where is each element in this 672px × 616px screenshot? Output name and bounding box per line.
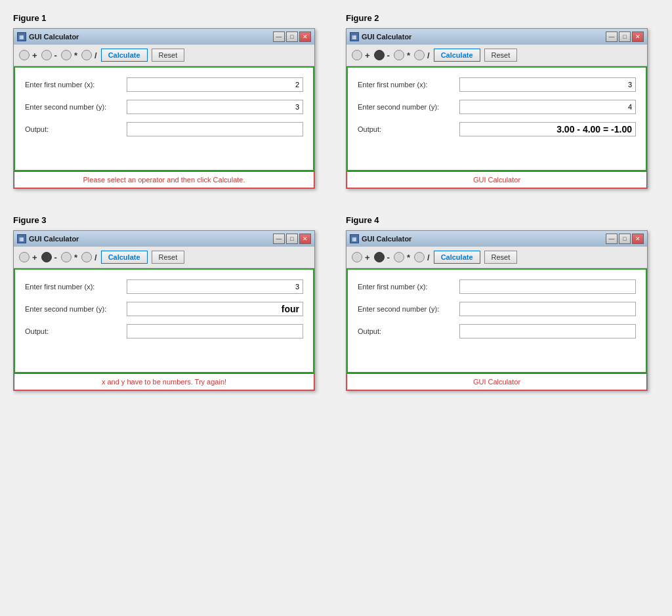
close-btn[interactable]: ✕ [299,234,311,244]
radio-btn-op---2[interactable] [374,50,385,60]
output-row-3: Output: [25,324,303,339]
radio-btn-op-*-3[interactable] [61,252,72,262]
second-number-label-4: Enter second number (y): [358,305,459,313]
radio-btn-op-+-3[interactable] [19,252,30,262]
second-number-label-2: Enter second number (y): [358,103,459,111]
first-number-row-1: Enter first number (x): [25,77,303,92]
maximize-btn[interactable]: □ [286,234,298,244]
toolbar-1: +-*/CalculateReset [14,45,314,66]
toolbar-3: +-*/CalculateReset [14,247,314,268]
titlebar-title-1: GUI Calculator [29,33,79,41]
op-label-*-1: * [74,51,77,60]
radio-group-1-1: - [41,50,57,60]
radio-btn-op-*-4[interactable] [394,252,404,262]
close-btn[interactable]: ✕ [299,31,311,42]
toolbar-2: +-*/CalculateReset [346,45,647,66]
op-label-+-2: + [365,51,370,60]
first-number-input-3[interactable] [127,279,303,294]
close-btn[interactable]: ✕ [632,234,644,244]
radio-group-4-3: / [414,252,430,262]
window-2: ▦GUI Calculator—□✕+-*/CalculateResetEnte… [346,28,648,189]
reset-button-1[interactable]: Reset [152,49,185,62]
figure-cell-4: Figure 4▦GUI Calculator—□✕+-*/CalculateR… [346,215,659,391]
titlebar-buttons-3: —□✕ [273,234,311,244]
radio-group-3-2: * [61,252,77,262]
maximize-btn[interactable]: □ [619,31,631,42]
titlebar-icon-3: ▦ [17,234,26,243]
reset-button-2[interactable]: Reset [484,49,518,62]
op-label-*-3: * [74,253,77,262]
second-number-row-3: Enter second number (y): [25,302,303,316]
output-input-3[interactable] [127,324,303,339]
titlebar-4: ▦GUI Calculator—□✕ [346,231,647,247]
radio-btn-op---1[interactable] [41,50,52,60]
second-number-input-4[interactable] [459,302,636,316]
calculate-button-1[interactable]: Calculate [101,49,148,62]
minimize-btn[interactable]: — [273,234,285,244]
toolbar-4: +-*/CalculateReset [346,247,647,268]
first-number-label-4: Enter first number (x): [358,283,459,291]
titlebar-buttons-4: —□✕ [606,234,644,244]
radio-btn-op-/-4[interactable] [414,252,425,262]
radio-btn-op-*-1[interactable] [61,50,72,60]
minimize-btn[interactable]: — [606,234,618,244]
reset-button-3[interactable]: Reset [152,251,185,264]
radio-btn-op-+-2[interactable] [352,50,362,60]
minimize-btn[interactable]: — [273,31,285,42]
titlebar-1: ▦GUI Calculator—□✕ [14,29,314,45]
op-label-+-1: + [32,51,37,60]
second-number-input-3[interactable] [127,302,303,316]
second-number-label-1: Enter second number (y): [25,103,127,111]
radio-btn-op---4[interactable] [374,252,385,262]
figure-cell-1: Figure 1▦GUI Calculator—□✕+-*/CalculateR… [13,13,326,189]
output-input-2[interactable] [459,122,636,136]
output-label-4: Output: [358,327,459,335]
op-label-*-4: * [407,253,410,262]
maximize-btn[interactable]: □ [286,31,298,42]
figure-label-3: Figure 3 [13,215,326,225]
radio-btn-op-*-2[interactable] [394,50,404,60]
radio-btn-op-+-4[interactable] [352,252,362,262]
maximize-btn[interactable]: □ [619,234,631,244]
figure-label-2: Figure 2 [346,13,659,23]
radio-group-2-2: * [394,50,410,60]
output-input-4[interactable] [459,324,636,339]
op-label-*-2: * [407,51,410,60]
minimize-btn[interactable]: — [606,31,618,42]
output-input-1[interactable] [127,122,303,136]
output-row-1: Output: [25,122,303,136]
second-number-label-3: Enter second number (y): [25,305,127,313]
second-number-input-2[interactable] [459,100,636,114]
output-label-1: Output: [25,125,127,133]
first-number-row-3: Enter first number (x): [25,279,303,294]
second-number-row-1: Enter second number (y): [25,100,303,114]
status-bar-4: GUI Calculator [346,373,647,390]
calculate-button-3[interactable]: Calculate [101,251,148,264]
output-label-3: Output: [25,327,127,335]
radio-btn-op-/-1[interactable] [81,50,92,60]
titlebar-title-4: GUI Calculator [362,235,411,243]
radio-group-4-2: * [394,252,410,262]
calculate-button-2[interactable]: Calculate [434,49,480,62]
first-number-input-2[interactable] [459,77,636,92]
radio-btn-op-+-1[interactable] [19,50,30,60]
first-number-input-4[interactable] [459,279,636,294]
main-content-1: Enter first number (x):Enter second numb… [14,66,314,171]
output-row-2: Output: [358,122,636,136]
radio-group-2-3: / [414,50,430,60]
calculate-button-4[interactable]: Calculate [434,251,480,264]
second-number-input-1[interactable] [127,100,303,114]
main-content-4: Enter first number (x):Enter second numb… [346,268,647,373]
radio-group-3-3: / [81,252,97,262]
titlebar-left-3: ▦GUI Calculator [17,234,79,243]
reset-button-4[interactable]: Reset [484,251,518,264]
radio-btn-op-/-3[interactable] [81,252,92,262]
first-number-row-2: Enter first number (x): [358,77,636,92]
figure-cell-3: Figure 3▦GUI Calculator—□✕+-*/CalculateR… [13,215,326,391]
op-label---3: - [54,253,57,262]
radio-btn-op-/-2[interactable] [414,50,425,60]
radio-group-1-2: * [61,50,77,60]
radio-btn-op---3[interactable] [41,252,52,262]
first-number-input-1[interactable] [127,77,303,92]
close-btn[interactable]: ✕ [632,31,644,42]
